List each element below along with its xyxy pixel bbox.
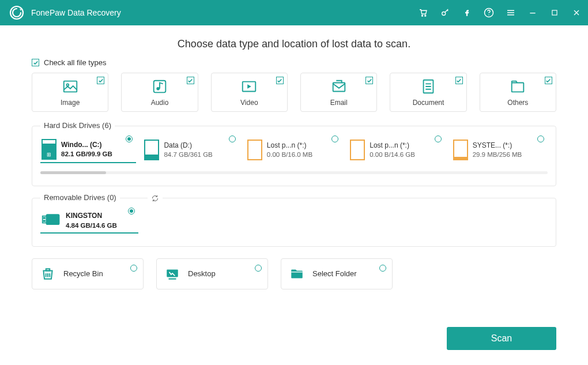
drive-icon: ⊞ [42, 139, 56, 160]
close-icon[interactable] [571, 7, 582, 18]
video-icon [240, 78, 258, 95]
location-recycle bin[interactable]: Recycle Bin [32, 258, 144, 289]
checkbox-icon [187, 77, 194, 84]
locations-row: Recycle Bin Desktop Select Folder [32, 258, 556, 289]
type-label: Image [61, 99, 80, 107]
svg-point-3 [442, 12, 446, 16]
checkbox-icon [455, 77, 463, 84]
drive-text: Lost p...n (*:)0.00 B/16.0 MB [267, 141, 312, 160]
check-all-file-types[interactable]: Check all file types [32, 58, 556, 67]
radio-icon [379, 265, 386, 272]
app-title: FonePaw Data Recovery [31, 8, 417, 17]
type-label: Audio [151, 99, 169, 107]
app-logo-icon [9, 5, 24, 20]
recycle bin-icon [40, 266, 55, 281]
radio-icon [255, 265, 262, 272]
location-desktop[interactable]: Desktop [156, 258, 268, 289]
hdd-drive-4[interactable]: SYSTE... (*:)29.9 MB/256 MB [452, 137, 548, 163]
image-icon [62, 78, 79, 95]
type-card-document[interactable]: Document [390, 73, 466, 112]
others-icon [509, 78, 526, 95]
radio-icon [126, 136, 133, 142]
type-card-audio[interactable]: Audio [121, 73, 198, 112]
type-label: Others [507, 99, 528, 107]
help-icon[interactable] [483, 7, 495, 18]
removable-drive-list: KINGSTON4.84 GB/14.6 GB [40, 209, 548, 234]
drive-text: Windo... (C:)82.1 GB/99.9 GB [61, 140, 112, 159]
drive-text: Data (D:)84.7 GB/361 GB [164, 141, 212, 160]
document-icon [420, 78, 437, 95]
radio-icon [128, 208, 135, 215]
check-all-label: Check all file types [44, 58, 106, 67]
horizontal-scrollbar[interactable] [40, 171, 548, 174]
type-label: Document [413, 99, 444, 107]
drive-icon [247, 140, 262, 160]
checkbox-icon [97, 77, 104, 84]
minimize-icon[interactable] [527, 7, 538, 18]
type-label: Video [240, 99, 258, 107]
radio-icon [229, 136, 236, 142]
cart-icon[interactable] [417, 7, 429, 18]
type-card-others[interactable]: Others [480, 73, 556, 112]
checkbox-icon [545, 77, 552, 84]
drive-icon [453, 140, 468, 160]
removable-drives-section: Removable Drives (0) KINGSTON4.84 GB/14.… [32, 198, 556, 247]
drive-text: SYSTE... (*:)29.9 MB/256 MB [473, 141, 522, 160]
svg-rect-14 [512, 82, 524, 92]
checkbox-icon [32, 59, 39, 66]
hdd-drive-3[interactable]: Lost p...n (*:)0.00 B/14.6 GB [349, 137, 444, 163]
removable-drive-0[interactable]: KINGSTON4.84 GB/14.6 GB [40, 209, 138, 234]
svg-rect-17 [43, 218, 45, 219]
type-label: Email [330, 99, 348, 107]
checkbox-icon [276, 77, 284, 84]
refresh-icon[interactable] [148, 193, 163, 204]
hdd-drive-list: ⊞ Windo... (C:)82.1 GB/99.9 GB Data (D:)… [40, 137, 548, 163]
type-card-email[interactable]: Email [300, 73, 377, 112]
hard-disk-section: Hard Disk Drives (6) ⊞ Windo... (C:)82.1… [32, 126, 556, 186]
drive-icon [350, 140, 365, 160]
main-content: Choose data type and location of lost da… [0, 25, 588, 289]
radio-icon [130, 265, 137, 272]
titlebar-actions [417, 7, 582, 18]
menu-icon[interactable] [505, 7, 517, 18]
hdd-drive-1[interactable]: Data (D:)84.7 GB/361 GB [143, 137, 239, 163]
drive-icon [144, 140, 159, 160]
usb-drive-icon [42, 212, 61, 229]
file-types-row: Image Audio Video Email Document Others [32, 73, 556, 112]
hdd-section-title: Hard Disk Drives (6) [40, 121, 115, 130]
maximize-icon[interactable] [549, 7, 560, 18]
svg-point-8 [66, 84, 69, 86]
location-label: Select Folder [312, 269, 357, 278]
desktop-icon [165, 266, 180, 281]
radio-icon [331, 136, 338, 142]
location-label: Desktop [188, 269, 216, 278]
audio-icon [151, 78, 168, 95]
svg-rect-16 [46, 215, 59, 225]
svg-rect-12 [333, 82, 345, 91]
drive-text: Lost p...n (*:)0.00 B/14.6 GB [370, 141, 415, 160]
key-icon[interactable] [439, 7, 451, 18]
type-card-image[interactable]: Image [32, 73, 108, 112]
select folder-icon [289, 266, 304, 281]
svg-point-2 [425, 15, 426, 16]
radio-icon [435, 136, 442, 142]
radio-icon [537, 136, 544, 142]
type-card-video[interactable]: Video [211, 73, 288, 112]
location-label: Recycle Bin [63, 269, 103, 278]
hdd-drive-0[interactable]: ⊞ Windo... (C:)82.1 GB/99.9 GB [40, 137, 136, 163]
svg-rect-7 [63, 81, 77, 92]
page-heading: Choose data type and location of lost da… [32, 38, 556, 50]
facebook-icon[interactable] [461, 7, 473, 18]
svg-rect-18 [43, 221, 45, 222]
svg-point-1 [421, 15, 423, 16]
email-icon [330, 78, 348, 95]
scan-button[interactable]: Scan [447, 327, 556, 350]
hdd-drive-2[interactable]: Lost p...n (*:)0.00 B/16.0 MB [246, 137, 342, 163]
checkbox-icon [365, 77, 373, 84]
svg-point-5 [488, 14, 489, 16]
titlebar: FonePaw Data Recovery [0, 0, 588, 25]
location-select folder[interactable]: Select Folder [281, 258, 393, 289]
removable-section-title: Removable Drives (0) [40, 193, 120, 202]
svg-rect-6 [552, 10, 557, 15]
drive-text: KINGSTON4.84 GB/14.6 GB [66, 211, 117, 230]
